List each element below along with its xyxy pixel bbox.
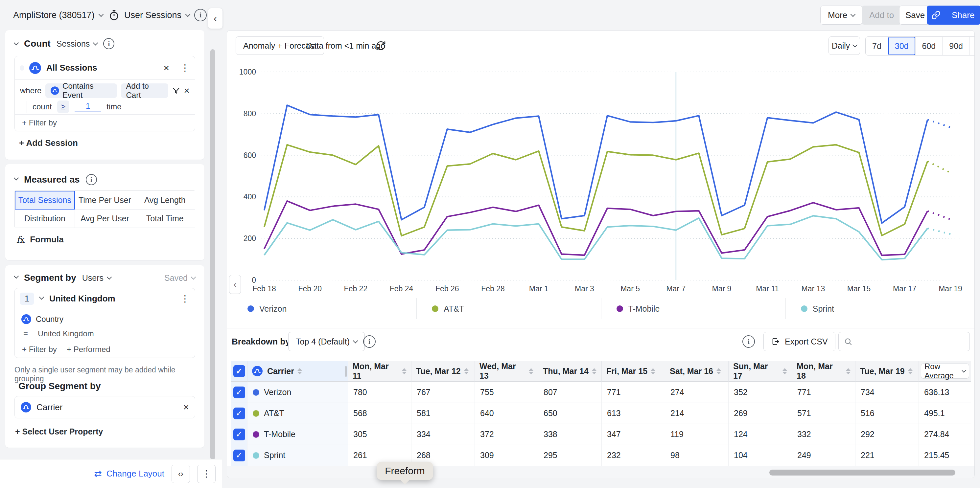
group-property-card[interactable]: Carrier × [14,396,195,418]
measured-option[interactable]: Avg Per User [75,209,135,228]
export-csv-button[interactable]: Export CSV [764,332,835,351]
value-cell[interactable]: 124 [729,424,792,445]
measured-option[interactable]: Time Per User [75,191,135,209]
sort-arrows-icon[interactable] [464,368,469,374]
value-cell[interactable]: 613 [602,403,665,424]
sort-arrows-icon[interactable] [298,368,302,374]
info-icon[interactable]: i [363,335,375,348]
measured-option[interactable]: Total Time [135,209,195,228]
sort-arrows-icon[interactable] [908,368,913,374]
drag-handle[interactable] [20,65,24,71]
contains-event-chip[interactable]: Contains Event [45,83,117,98]
add-session-button[interactable]: + Add Session [19,138,78,148]
property-row[interactable]: Country [15,312,195,326]
breakdown-selector[interactable]: Top 4 (Default) [288,332,365,351]
value-cell[interactable]: 309 [475,445,538,466]
count-metric-selector[interactable]: Sessions [57,39,97,49]
value-cell[interactable]: 771 [792,382,856,403]
column-resize-handle[interactable] [345,366,347,377]
close-icon[interactable]: × [163,63,169,73]
date-column-header[interactable]: Wed, Mar 13 [475,361,538,382]
checkbox-checked[interactable]: ✓ [233,365,245,377]
value-cell[interactable]: 98 [665,445,729,466]
value-cell[interactable]: 249 [792,445,856,466]
value-cell[interactable]: 581 [412,403,475,424]
range-7d[interactable]: 7d [865,37,888,55]
granularity-selector[interactable]: Daily [829,36,860,55]
collapse-section-icon[interactable] [14,273,19,279]
value-cell[interactable]: 334 [412,424,475,445]
value-cell[interactable]: 269 [729,403,792,424]
add-filter-button[interactable]: + Filter by [22,118,57,127]
series-name-cell[interactable]: T-Mobile [247,424,348,445]
filter-funnel-icon[interactable] [172,86,180,95]
save-button[interactable]: Save [899,6,931,25]
checkbox-checked[interactable]: ✓ [233,407,245,419]
collapse-section-icon[interactable] [14,175,19,180]
sort-arrows-icon[interactable] [846,368,851,374]
calendar-range-button[interactable] [969,37,975,55]
legend-item-sprint[interactable]: Sprint [786,298,970,319]
legend-item-at-t[interactable]: AT&T [416,298,601,319]
range-30d[interactable]: 30d [888,37,915,55]
value-cell[interactable]: 347 [602,424,665,445]
value-cell[interactable]: 734 [856,382,919,403]
value-cell[interactable]: 755 [475,382,538,403]
measured-option[interactable]: Avg Length [135,191,195,209]
date-column-header[interactable]: Thu, Mar 14 [538,361,602,382]
info-icon[interactable]: i [86,174,97,185]
range-90d[interactable]: 90d [942,37,969,55]
value-cell[interactable]: 767 [412,382,475,403]
date-column-header[interactable]: Mon, Mar 11 [348,361,412,382]
chart-type-selector[interactable]: User Sessions i [108,0,207,30]
event-chip[interactable]: Add to Cart [121,83,168,98]
add-to-button[interactable]: Add to [862,6,902,25]
sort-arrows-icon[interactable] [783,368,787,374]
property-value-row[interactable]: = United Kingdom [15,326,195,341]
add-filter-button[interactable]: + Filter by [22,345,57,354]
value-cell[interactable]: 274 [665,382,729,403]
value-cell[interactable]: 119 [665,424,729,445]
value-cell[interactable]: 352 [729,382,792,403]
kebab-menu-icon[interactable]: ⋮ [180,293,189,304]
value-cell[interactable]: 372 [475,424,538,445]
scroll-left-button[interactable]: ‹ [229,275,241,294]
value-cell[interactable]: 221 [856,445,919,466]
value-cell[interactable]: 292 [856,424,919,445]
value-cell[interactable]: 650 [538,403,602,424]
date-column-header[interactable]: Sun, Mar 17 [729,361,792,382]
range-60d[interactable]: 60d [915,37,943,55]
kebab-menu-icon[interactable]: ⋮ [180,62,189,73]
close-icon[interactable]: × [183,402,189,412]
series-name-cell[interactable]: Verizon [247,382,348,403]
more-button[interactable]: More [820,6,862,25]
row-average-selector[interactable]: Row Average [921,364,969,379]
value-cell[interactable]: 568 [348,403,412,424]
value-cell[interactable]: 771 [602,382,665,403]
checkbox-checked[interactable]: ✓ [233,429,245,440]
measured-option[interactable]: Total Sessions [15,191,75,209]
value-cell[interactable]: 516 [856,403,919,424]
search-input[interactable] [856,332,964,351]
checkbox-checked[interactable]: ✓ [233,450,245,461]
kebab-menu-button[interactable]: ⋮ [197,465,216,483]
workspace-selector[interactable]: AmpliStore (380517) [13,0,103,30]
share-button[interactable]: Share [945,10,980,21]
collapse-sidebar-button[interactable]: ‹ [208,8,223,29]
sort-arrows-icon[interactable] [529,368,533,374]
select-user-property-button[interactable]: + Select User Property [15,427,103,436]
table-search[interactable] [838,332,970,351]
info-icon[interactable]: i [742,335,755,348]
close-icon[interactable]: × [184,86,189,95]
checkbox-checked[interactable]: ✓ [233,387,245,398]
formula-button[interactable]: fx Formula [16,234,64,245]
date-column-header[interactable]: Sat, Mar 16 [665,361,729,382]
sidebar-scrollbar[interactable] [210,49,215,460]
series-name-cell[interactable]: AT&T [247,403,348,424]
measured-option[interactable]: Distribution [15,209,75,228]
value-cell[interactable]: 338 [538,424,602,445]
value-cell[interactable]: 780 [348,382,412,403]
operator-chip[interactable]: ≥ [57,100,69,113]
value-cell[interactable]: 232 [602,445,665,466]
sort-arrows-icon[interactable] [651,368,655,374]
